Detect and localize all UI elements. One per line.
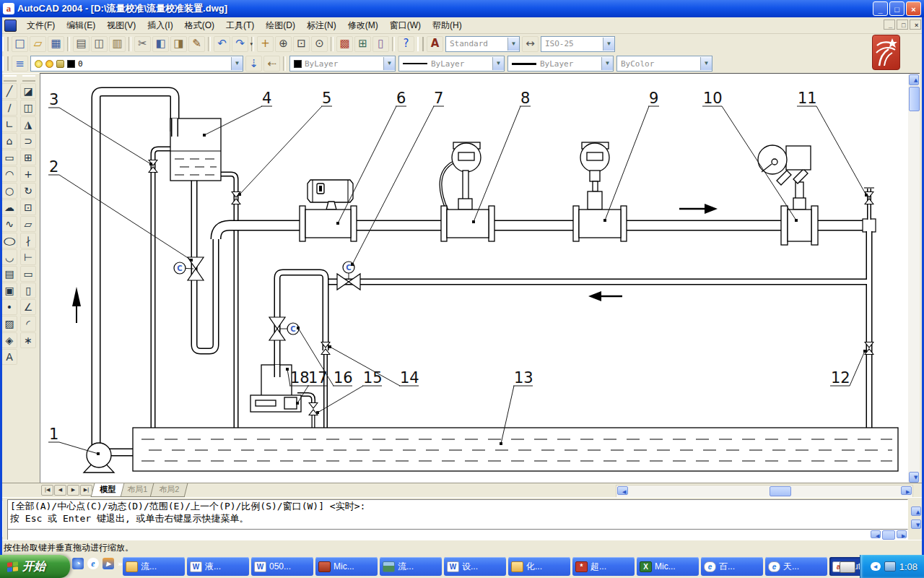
modify-copy[interactable]: ◫ [20,100,36,116]
cut-button[interactable]: ✂ [134,36,151,52]
pan-button[interactable]: + [257,36,274,52]
tab-布局2[interactable]: 布局2 [150,483,188,497]
taskbar-button-流[interactable]: 流... [380,557,442,576]
taskbar-button-天[interactable]: e天... [765,557,827,576]
taskbar-button-050[interactable]: W050... [251,557,313,576]
vertical-scrollbar[interactable]: ▲ ▼ [908,73,920,483]
language-tray-icon[interactable]: ◂ [871,562,881,571]
designcenter-button[interactable]: ⊞ [354,36,371,52]
taskbar-button-百[interactable]: e百... [701,557,763,576]
chevron-down-icon[interactable]: ▼ [601,57,613,70]
menu-文件F[interactable]: 文件(F) [21,17,61,34]
toolbar-grip[interactable] [2,56,9,71]
modify-explode[interactable]: ∗ [20,332,36,348]
chevron-down-icon[interactable]: ▼ [700,57,712,70]
draw-mtext[interactable]: A [1,349,17,365]
plotstyle-combo[interactable]: ByColor ▼ [616,56,712,72]
draw-ellipse-arc[interactable]: ◡ [1,249,17,265]
tab-nav-2[interactable]: ▶ [67,485,79,496]
modify-stretch[interactable]: ▱ [20,216,36,232]
start-button[interactable]: 开始 [0,555,70,578]
new-file-button[interactable]: □ [12,36,28,52]
command-history[interactable]: [全部(A)/中心点(C)/动态(D)/范围(E)/上一个(P)/比例(S)/窗… [7,499,908,530]
tab-nav-0[interactable]: |◀ [41,485,53,496]
minimize-button[interactable]: _ [873,1,888,16]
menu-帮助H[interactable]: 帮助(H) [427,17,468,34]
dim-style-combo[interactable]: ISO-25 ▼ [541,36,615,52]
cmd-scroll-right-icon[interactable]: ▶ [897,530,907,538]
taskbar-button-Mic[interactable]: Mic... [315,557,378,576]
draw-spline[interactable]: ∿ [1,216,17,232]
draw-rectangle[interactable]: ▭ [1,150,17,165]
modify-chamfer[interactable]: ∠ [20,299,36,315]
draw-ellipse[interactable]: ○ [1,233,17,249]
tab-模型[interactable]: 模型 [91,483,125,497]
modify-break[interactable]: ▯ [20,282,36,298]
make-layer-current-button[interactable]: ⇣ [245,56,262,72]
match-properties-button[interactable]: ✎ [188,36,205,52]
plot-button[interactable]: ▤ [73,36,90,52]
hscroll-thumb[interactable] [770,486,791,496]
tab-nav-3[interactable]: ▶| [80,485,92,496]
chevron-down-icon[interactable]: ▼ [507,38,519,51]
modify-break-point[interactable]: ▭ [20,266,36,282]
modify-mirror[interactable]: ◮ [20,116,36,132]
modify-erase[interactable]: ◪ [20,83,36,99]
chevron-down-icon[interactable]: ▼ [603,38,614,51]
chevron-down-icon[interactable]: ▼ [383,57,395,70]
modify-scale[interactable]: ⊡ [20,199,36,215]
menu-绘图D[interactable]: 绘图(D) [260,17,301,34]
taskbar-button-流[interactable]: 流... [123,557,185,576]
vscroll-thumb[interactable] [909,87,920,111]
modify-extend[interactable]: ⊢ [20,249,36,265]
zoom-realtime-button[interactable]: ⊕ [275,36,292,52]
menu-修改M[interactable]: 修改(M) [342,17,384,34]
publish-button[interactable]: ▥ [109,36,126,52]
network-tray-icon[interactable] [884,561,896,571]
text-style-combo[interactable]: Standard ▼ [445,36,520,52]
draw-revision-cloud[interactable]: ☁ [1,199,17,215]
modify-move[interactable]: + [20,166,36,182]
layer-on-icon[interactable] [35,60,43,68]
keyboard-tray-icon[interactable] [840,561,855,573]
menu-编辑E[interactable]: 编辑(E) [61,17,101,34]
menu-标注N[interactable]: 标注(N) [301,17,342,34]
horizontal-scrollbar[interactable]: ◀ ▶ [616,485,913,498]
menu-视图V[interactable]: 视图(V) [101,17,141,34]
modify-fillet[interactable]: ◜ [20,316,36,332]
layer-previous-button[interactable]: ⇠ [263,56,280,72]
draw-region[interactable]: ◈ [1,332,17,348]
cmd-scroll-up-icon[interactable]: ▲ [911,506,921,516]
lineweight-combo[interactable]: ByLayer ▼ [507,56,614,72]
layer-manager-button[interactable]: ≡ [12,56,28,72]
modify-offset[interactable]: ⊃ [20,133,36,149]
zoom-window-button[interactable]: ⊡ [293,36,310,52]
tab-nav-1[interactable]: ◀ [54,485,66,496]
toolbar-grip[interactable] [22,75,35,82]
drawing-canvas[interactable]: CCC 123456789101112131415161718 [40,73,909,483]
draw-hatch[interactable]: ▨ [1,316,17,332]
dim-style-manager-button[interactable]: ↔ [522,36,539,52]
help-button[interactable]: ? [398,36,414,52]
scroll-up-icon[interactable]: ▲ [909,74,919,85]
chevron-down-icon[interactable]: ▼ [231,57,243,70]
layer-lock-icon[interactable] [56,60,64,68]
command-input[interactable] [7,529,908,540]
layer-combo[interactable]: 0 ▼ [30,56,243,72]
taskbar-button-Mic[interactable]: XMic... [637,557,699,576]
cmd-scroll-left-icon[interactable]: ◀ [871,530,881,538]
open-file-button[interactable]: ▱ [30,36,46,52]
maximize-button[interactable]: □ [889,1,905,16]
doc-restore-button[interactable]: □ [897,20,908,30]
internet-explorer-icon[interactable]: e [87,558,99,569]
draw-arc[interactable]: ◠ [1,166,17,182]
scroll-right-icon[interactable]: ▶ [901,486,912,495]
scroll-down-icon[interactable]: ▼ [909,472,919,483]
doc-close-button[interactable]: × [910,20,921,30]
redo-button[interactable]: ↷▾ [232,36,248,52]
menu-格式O[interactable]: 格式(O) [179,17,220,34]
draw-point[interactable]: • [1,299,17,315]
draw-circle[interactable]: ○ [1,183,17,199]
tool-palettes-button[interactable]: ▯ [372,36,389,52]
cmd-scroll-down-icon[interactable]: ▼ [911,519,921,529]
